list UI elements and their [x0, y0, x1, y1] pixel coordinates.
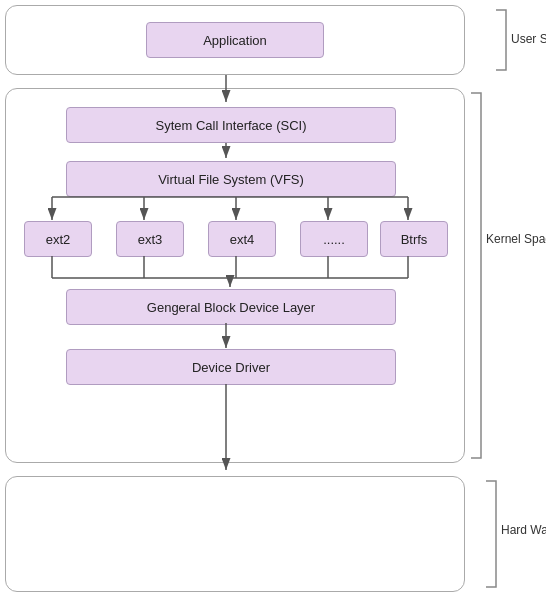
svg-text:Kernel Space: Kernel Space	[486, 232, 546, 246]
application-label: Application	[203, 33, 267, 48]
vfs-label: Virtual File System (VFS)	[158, 172, 304, 187]
ext4-box: ext4	[208, 221, 276, 257]
dots-box: ......	[300, 221, 368, 257]
application-box: Application	[146, 22, 324, 58]
user-space-section: Application	[5, 5, 465, 75]
block-label: Gengeral Block Device Layer	[147, 300, 315, 315]
ext3-box: ext3	[116, 221, 184, 257]
dots-label: ......	[323, 232, 345, 247]
sci-box: Sytem Call Interface (SCI)	[66, 107, 396, 143]
ext3-label: ext3	[138, 232, 163, 247]
block-device-box: Gengeral Block Device Layer	[66, 289, 396, 325]
sci-label: Sytem Call Interface (SCI)	[156, 118, 307, 133]
btrfs-box: Btrfs	[380, 221, 448, 257]
kernel-space-bracket: Kernel Space	[466, 88, 546, 463]
ext2-box: ext2	[24, 221, 92, 257]
ext4-label: ext4	[230, 232, 255, 247]
vfs-box: Virtual File System (VFS)	[66, 161, 396, 197]
kernel-space-section: Sytem Call Interface (SCI) Virtual File …	[5, 88, 465, 463]
device-driver-box: Device Driver	[66, 349, 396, 385]
svg-text:Hard Ware: Hard Ware	[501, 523, 546, 537]
svg-text:User Space: User Space	[511, 32, 546, 46]
diagram: Application Sytem Call Interface (SCI) V…	[0, 0, 551, 601]
driver-label: Device Driver	[192, 360, 270, 375]
user-space-bracket: User Space	[491, 5, 546, 75]
hardware-bracket: Hard Ware	[481, 476, 546, 592]
btrfs-label: Btrfs	[401, 232, 428, 247]
ext2-label: ext2	[46, 232, 71, 247]
hardware-section: Physical Disk	[5, 476, 465, 592]
